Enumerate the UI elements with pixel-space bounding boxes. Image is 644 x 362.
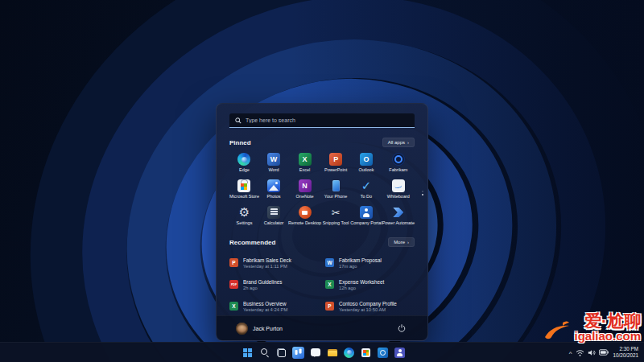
pinned-app-label: Remote Desktop bbox=[288, 220, 321, 225]
more-button[interactable]: More › bbox=[388, 237, 415, 247]
recommended-grid: Fabrikam Sales Deck Yesterday at 1:11 PM… bbox=[229, 252, 415, 317]
pinned-app-label: Company Portal bbox=[350, 220, 382, 225]
pinned-app-label: Power Automate bbox=[382, 220, 415, 225]
edge-button[interactable] bbox=[342, 346, 356, 360]
microsoft-store-button[interactable] bbox=[359, 346, 373, 360]
pinned-app-powerpoint[interactable]: P PowerPoint bbox=[321, 153, 350, 177]
pinned-app-fabrikam[interactable]: Fabrikam bbox=[382, 153, 415, 177]
avatar bbox=[236, 323, 248, 335]
whiteboard-icon bbox=[392, 179, 405, 192]
taskbar-clock[interactable]: 2:30 PM 10/20/2021 bbox=[613, 346, 641, 359]
pinned-app-calculator[interactable]: Calculator bbox=[259, 206, 288, 230]
recommended-item[interactable]: Fabrikam Sales Deck Yesterday at 1:11 PM bbox=[229, 252, 319, 274]
battery-icon[interactable] bbox=[599, 349, 609, 356]
search-box[interactable] bbox=[229, 113, 415, 128]
taskbar: ^ 2:30 PM 10/20/2021 bbox=[0, 342, 644, 362]
pinned-app-label: Fabrikam bbox=[389, 167, 407, 172]
word-icon: W bbox=[267, 153, 280, 166]
calculator-icon bbox=[267, 206, 280, 219]
recommended-item-subtitle: Yesterday at 4:24 PM bbox=[243, 307, 287, 312]
recommended-item[interactable]: Business Overview Yesterday at 4:24 PM bbox=[229, 295, 319, 317]
file-explorer-button[interactable] bbox=[325, 346, 339, 360]
teams-button[interactable] bbox=[393, 346, 407, 360]
excel-doc-icon bbox=[229, 302, 238, 311]
pinned-scrollbar-dot[interactable] bbox=[422, 194, 423, 195]
photos-icon bbox=[267, 179, 280, 192]
recommended-item-subtitle: 17m ago bbox=[339, 264, 382, 269]
pinned-app-excel[interactable]: X Excel bbox=[288, 153, 321, 177]
pinned-app-label: OneNote bbox=[296, 194, 314, 199]
recommended-item[interactable]: Fabrikam Proposal 17m ago bbox=[325, 252, 415, 274]
edge-icon bbox=[237, 153, 250, 166]
pinned-app-remote-desktop[interactable]: Remote Desktop bbox=[288, 206, 321, 230]
recommended-title: Recommended bbox=[229, 239, 275, 246]
pinned-app-company-portal[interactable]: Company Portal bbox=[350, 206, 382, 230]
outlook-button[interactable] bbox=[376, 346, 390, 360]
snipping-tool-icon bbox=[329, 206, 342, 219]
power-icon bbox=[398, 324, 406, 332]
search-input[interactable] bbox=[246, 117, 409, 123]
chevron-right-icon: › bbox=[407, 240, 409, 245]
powerpoint-doc-icon bbox=[325, 302, 334, 311]
powerpoint-icon: P bbox=[329, 153, 342, 166]
search-button[interactable] bbox=[258, 346, 271, 360]
pinned-app-label: Microsoft Store bbox=[229, 194, 259, 199]
powerpoint-doc-icon bbox=[229, 258, 238, 267]
pinned-app-edge[interactable]: Edge bbox=[229, 153, 259, 177]
recommended-item[interactable]: Expense Worksheet 12h ago bbox=[325, 274, 415, 295]
tray-overflow-chevron-icon[interactable]: ^ bbox=[569, 350, 572, 357]
pinned-app-to-do[interactable]: To Do bbox=[350, 179, 382, 204]
pinned-app-label: Photos bbox=[266, 194, 280, 199]
recommended-item[interactable]: Brand Guidelines 2h ago bbox=[229, 274, 319, 295]
tray-date: 10/20/2021 bbox=[613, 352, 638, 359]
outlook-icon: O bbox=[360, 153, 373, 166]
microsoft-store-icon bbox=[360, 347, 372, 359]
pinned-app-word[interactable]: W Word bbox=[259, 153, 288, 177]
volume-icon[interactable] bbox=[588, 349, 596, 356]
all-apps-button[interactable]: All apps › bbox=[382, 138, 415, 147]
pinned-app-microsoft-store[interactable]: Microsoft Store bbox=[229, 179, 259, 204]
recommended-item-subtitle: 12h ago bbox=[339, 286, 384, 290]
more-label: More bbox=[394, 240, 405, 245]
pinned-app-label: Settings bbox=[237, 220, 253, 225]
power-button[interactable] bbox=[395, 322, 408, 335]
widgets-button[interactable] bbox=[291, 346, 305, 360]
pinned-app-power-automate[interactable]: Power Automate bbox=[382, 206, 415, 230]
pinned-app-whiteboard[interactable]: Whiteboard bbox=[382, 179, 415, 204]
pinned-app-snipping-tool[interactable]: Snipping Tool bbox=[321, 206, 350, 230]
excel-icon: X bbox=[299, 153, 312, 166]
wifi-icon[interactable] bbox=[576, 349, 584, 356]
pinned-app-photos[interactable]: Photos bbox=[259, 179, 288, 204]
pinned-title: Pinned bbox=[229, 139, 251, 146]
folder-icon bbox=[326, 347, 338, 359]
user-profile-button[interactable]: Jack Purton bbox=[236, 323, 283, 335]
outlook-icon bbox=[378, 348, 388, 358]
pinned-app-label: Whiteboard bbox=[387, 194, 410, 199]
recommended-item-title: Contoso Company Profile bbox=[339, 301, 397, 306]
pinned-app-onenote[interactable]: N OneNote bbox=[288, 179, 321, 204]
chat-button[interactable] bbox=[308, 346, 322, 360]
pinned-app-your-phone[interactable]: Your Phone bbox=[321, 179, 350, 204]
to-do-icon bbox=[360, 179, 373, 192]
chevron-right-icon: › bbox=[407, 140, 409, 145]
pinned-app-label: Snipping Tool bbox=[323, 220, 349, 225]
pinned-app-settings[interactable]: Settings bbox=[229, 206, 259, 230]
recommended-item-title: Fabrikam Proposal bbox=[339, 257, 382, 263]
your-phone-icon bbox=[329, 179, 342, 192]
pinned-app-label: Your Phone bbox=[324, 194, 348, 199]
tray-time: 2:30 PM bbox=[620, 346, 638, 352]
pinned-app-outlook[interactable]: O Outlook bbox=[350, 153, 382, 177]
windows-logo-icon bbox=[242, 347, 254, 359]
pinned-app-label: To Do bbox=[361, 194, 372, 199]
onenote-icon: N bbox=[299, 179, 312, 192]
pinned-grid: Edge W Word X Excel P PowerPoint O Outlo… bbox=[229, 153, 415, 230]
recommended-item-subtitle: Yesterday at 1:11 PM bbox=[243, 264, 291, 269]
pinned-app-label: PowerPoint bbox=[324, 167, 347, 172]
recommended-item[interactable]: Contoso Company Profile Yesterday at 10:… bbox=[325, 295, 415, 317]
start-button[interactable] bbox=[241, 346, 254, 360]
task-view-button[interactable] bbox=[275, 346, 288, 360]
recommended-item-subtitle: Yesterday at 10:50 AM bbox=[339, 307, 397, 312]
user-name: Jack Purton bbox=[253, 326, 283, 331]
pinned-app-label: Outlook bbox=[358, 167, 374, 172]
edge-icon bbox=[344, 348, 354, 358]
